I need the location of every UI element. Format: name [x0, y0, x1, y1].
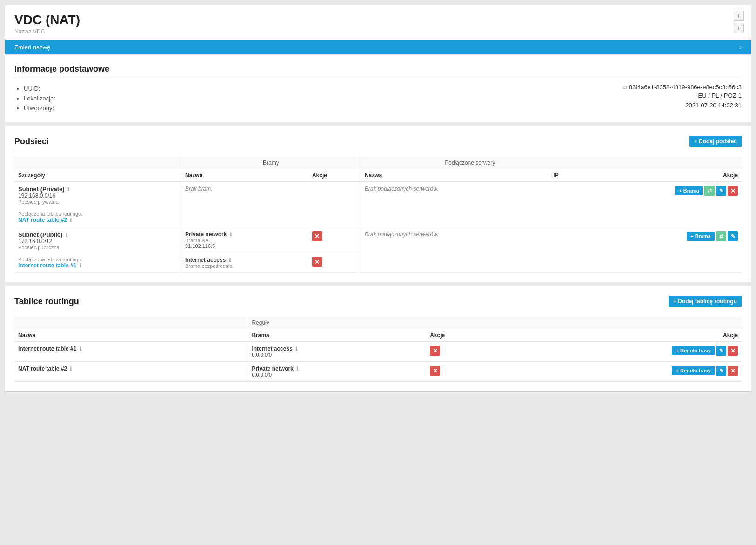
rt1-gw-subnet: 0.0.0.0/0 — [252, 352, 422, 358]
subnet-private-route-label: Podłączona tablica routingu: — [18, 211, 177, 217]
subnets-table: Bramy Podłączone serwery Szczegóły Nazwa… — [14, 157, 742, 273]
gw-internet-access-name: Internet access ℹ — [185, 257, 305, 263]
subnet-public-ip: 172.16.0.0/12 — [18, 238, 177, 245]
subnets-title: Podsieci — [14, 137, 49, 146]
routing-col-headers: Nazwa Brama Akcje Akcje — [14, 329, 742, 342]
uuid-row: ⧉ 83f4a6e1-8358-4819-986e-e8ec5c3c56c3 — [623, 84, 742, 91]
rename-label: Zmień nazwę — [14, 44, 50, 51]
col-actions-group — [579, 157, 742, 169]
table-row: Subnet (Private) ℹ 192.168.0.0/16 Podsie… — [14, 182, 742, 227]
subnet-private-action-buttons: + Brama ⇄ ✎ ✕ — [583, 186, 738, 196]
subnet-public-type: Podsieć publiczna — [18, 245, 177, 250]
subnet-public-action-buttons: + Brama ⇄ ✎ — [583, 231, 738, 241]
rt1-name-cell: Internet route table #1 ℹ — [14, 342, 248, 362]
rt1-actions: + Reguła trasy ✎ ✕ — [500, 342, 742, 362]
col-gateways-group: Bramy — [181, 157, 361, 169]
page-subtitle: Nazwa VDC — [14, 28, 742, 35]
subnet-public-details: Subnet (Public) ℹ 172.16.0.0/12 Podsieć … — [14, 227, 181, 273]
routing-group-header: Reguły — [14, 317, 742, 329]
subnet-public-info-icon[interactable]: ℹ — [66, 232, 67, 238]
rt1-name: Internet route table #1 ℹ — [18, 346, 244, 352]
th-details: Szczegóły — [14, 169, 181, 182]
no-servers-public: Brak podłączonych serwerów. — [365, 231, 439, 238]
info-left: UUID: Lokalizacja: Utworzony: — [14, 84, 623, 113]
rt1-gw-name: Internet access ℹ — [252, 346, 422, 352]
rt1-action-buttons: + Reguła trasy ✎ ✕ — [504, 346, 738, 356]
add-rule-rt1-button[interactable]: + Reguła trasy — [672, 346, 715, 355]
subnet-private-details: Subnet (Private) ℹ 192.168.0.0/16 Podsie… — [14, 182, 181, 227]
uuid-label: UUID: — [24, 84, 623, 93]
basic-info-section: Informacje podstawowe UUID: Lokalizacja:… — [5, 54, 751, 122]
internet-route-info-icon[interactable]: ℹ — [80, 263, 81, 268]
edit-private-button[interactable]: ✎ — [716, 186, 726, 196]
subnet-public-route-value[interactable]: Internet route table #1 ℹ — [18, 262, 177, 269]
subnet-private-name: Subnet (Private) ℹ — [18, 186, 177, 193]
delete-rt1-button[interactable]: ✕ — [728, 346, 738, 356]
edit-rt2-button[interactable]: ✎ — [716, 366, 726, 376]
gw-internet-access-actions: ✕ — [308, 253, 361, 273]
created-label: Utworzony: — [24, 103, 623, 113]
rename-bar[interactable]: Zmień nazwę › — [5, 40, 751, 54]
subnet-private-gateways: Brak bram. — [181, 182, 308, 227]
delete-rt1-rule-button[interactable]: ✕ — [430, 346, 440, 356]
col-details — [14, 157, 181, 169]
gw-private-network-icon[interactable]: ℹ — [230, 232, 232, 237]
gw-private-network-actions: ✕ — [308, 227, 361, 253]
minimize-icon[interactable]: + — [734, 23, 744, 33]
routing-table: Reguły Nazwa Brama Akcje Akcje Internet — [14, 317, 742, 382]
nat-route-info-icon[interactable]: ℹ — [70, 217, 72, 223]
gw-internet-access-icon[interactable]: ℹ — [229, 257, 231, 263]
route-private-button[interactable]: ⇄ — [704, 186, 715, 196]
rt2-gw-name: Private network ℹ — [252, 366, 422, 372]
rt2-info-icon[interactable]: ℹ — [70, 366, 72, 372]
route-public-button[interactable]: ⇄ — [716, 231, 726, 241]
edit-rt1-button[interactable]: ✎ — [716, 346, 726, 356]
divider-2 — [5, 282, 751, 286]
edit-public-button[interactable]: ✎ — [728, 231, 738, 241]
routing-section: Tablice routingu + Dodaj tablicę routing… — [5, 286, 751, 391]
add-routing-table-button[interactable]: + Dodaj tablicę routingu — [669, 296, 742, 307]
th-rt-brama: Brama — [248, 329, 426, 342]
header-icons: + + — [734, 11, 744, 33]
subnets-header: Podsieci + Dodaj podsieć — [14, 136, 742, 151]
rt1-info-icon[interactable]: ℹ — [80, 346, 81, 352]
th-rt-akcje: Akcje — [500, 329, 742, 342]
info-row-wrap: UUID: Lokalizacja: Utworzony: ⧉ 83f4a6e1… — [14, 84, 742, 113]
created-value: 2021-07-20 14:02:31 — [623, 100, 742, 110]
delete-gw-internet-access-button[interactable]: ✕ — [312, 257, 322, 267]
rt2-gw-icon[interactable]: ℹ — [296, 366, 298, 372]
subnet-private-actions: + Brama ⇄ ✎ ✕ — [579, 182, 742, 227]
maximize-icon[interactable]: + — [734, 11, 744, 21]
subnet-public-route-label: Podłączona tablica routingu: — [18, 257, 177, 262]
info-right: ⧉ 83f4a6e1-8358-4819-986e-e8ec5c3c56c3 E… — [623, 84, 742, 113]
no-gateways-private: Brak bram. — [185, 186, 213, 192]
add-rule-rt2-button[interactable]: + Reguła trasy — [672, 366, 715, 375]
delete-rt2-rule-button[interactable]: ✕ — [430, 366, 440, 376]
th-gw-name: Nazwa — [181, 169, 308, 182]
table-row: NAT route table #2 ℹ Private network ℹ 0… — [14, 362, 742, 382]
table-row: Internet route table #1 ℹ Internet acces… — [14, 342, 742, 362]
header-section: VDC (NAT) Nazwa VDC + + — [5, 5, 751, 40]
th-gw-akcje: Akcje — [308, 169, 361, 182]
no-servers-private: Brak podłączonych serwerów. — [365, 186, 439, 192]
subnet-private-info-icon[interactable]: ℹ — [67, 186, 69, 192]
subnet-public-server-ip — [549, 227, 579, 273]
gw-private-network-ip: 91.102.116.5 — [185, 243, 305, 249]
delete-rt2-button[interactable]: ✕ — [728, 366, 738, 376]
copy-icon[interactable]: ⧉ — [623, 84, 627, 91]
add-gateway-private-button[interactable]: + Brama — [675, 186, 703, 195]
rt1-gateway: Internet access ℹ 0.0.0.0/0 — [248, 342, 426, 362]
gw-internet-access-type: Brama bezpośrednia — [185, 263, 305, 269]
delete-gw-private-network-button[interactable]: ✕ — [312, 231, 322, 241]
basic-info-header: Informacje podstawowe — [14, 64, 742, 78]
subnet-private-route-value[interactable]: NAT route table #2 ℹ — [18, 217, 177, 223]
routing-header: Tablice routingu + Dodaj tablicę routing… — [14, 296, 742, 311]
delete-private-button[interactable]: ✕ — [728, 186, 738, 196]
add-gateway-public-button[interactable]: + Brama — [687, 232, 715, 241]
add-subnet-button[interactable]: + Dodaj podsieć — [689, 136, 742, 147]
divider-1 — [5, 122, 751, 126]
subnets-col-headers: Szczegóły Nazwa Akcje Nazwa IP Akcje — [14, 169, 742, 182]
rt1-gw-icon[interactable]: ℹ — [295, 346, 297, 352]
subnet-public-servers: Brak podłączonych serwerów. — [361, 227, 549, 273]
page-title: VDC (NAT) — [14, 13, 742, 27]
